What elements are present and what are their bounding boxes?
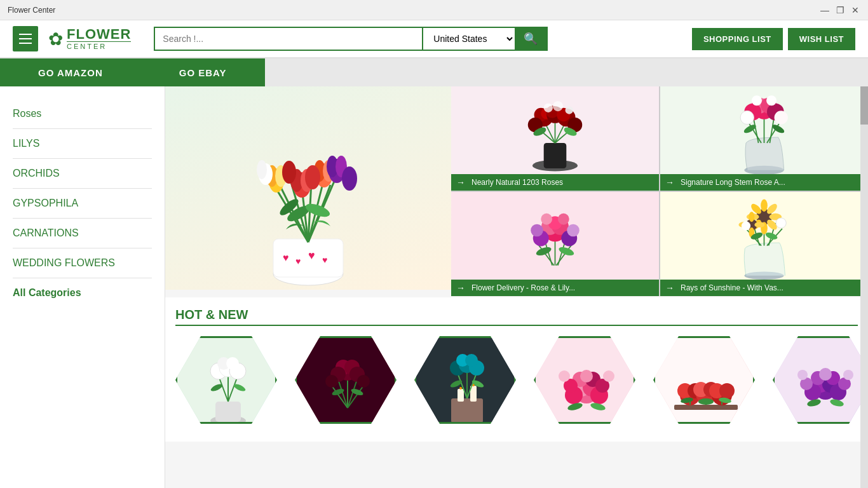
svg-text:♥: ♥ (295, 256, 301, 266)
svg-point-50 (544, 104, 553, 112)
nav-tabs: GO AMAZON GO EBAY (0, 58, 868, 86)
sidebar-item-lilys[interactable]: LILYS (13, 129, 152, 159)
arrow-icon-2: → (665, 177, 674, 187)
minimize-button[interactable]: — (820, 5, 830, 15)
svg-point-201 (843, 370, 853, 380)
logo-icon: ✿ (48, 29, 63, 50)
header: ✿ FLOWER CENTER United States United Kin… (0, 20, 868, 58)
svg-point-197 (819, 368, 832, 381)
close-button[interactable]: ✕ (850, 5, 860, 15)
hex-item-5[interactable] (653, 336, 768, 431)
product-card-3[interactable]: → Flower Delivery - Rose & Lily... (451, 192, 659, 296)
hamburger-line-3 (19, 43, 32, 44)
svg-point-69 (766, 95, 776, 105)
sidebar-item-roses[interactable]: Roses (13, 99, 152, 129)
svg-point-66 (740, 111, 754, 124)
logo[interactable]: ✿ FLOWER CENTER (48, 27, 131, 50)
svg-rect-115 (215, 402, 241, 422)
product-card-1[interactable]: → Nearly Natural 1203 Roses (451, 86, 659, 191)
window-controls: — ❐ ✕ (820, 5, 860, 15)
hamburger-menu-button[interactable] (13, 26, 38, 51)
hex-shape-3 (414, 336, 516, 424)
svg-rect-35 (544, 143, 567, 168)
hex-shape-5 (653, 336, 755, 424)
logo-text: FLOWER CENTER (67, 27, 131, 50)
hero-image: ♥ ♥ ♥ ♥ (165, 86, 451, 290)
sidebar-item-orchids[interactable]: ORCHIDS (13, 159, 152, 189)
svg-point-30 (282, 161, 296, 184)
svg-point-138 (357, 375, 370, 388)
scrollbar-thumb[interactable] (860, 86, 868, 125)
hamburger-line-1 (19, 34, 32, 35)
svg-rect-143 (458, 389, 464, 402)
svg-text:♥: ♥ (283, 252, 289, 263)
hot-new-section: HOT & NEW (165, 297, 868, 442)
svg-rect-172 (655, 338, 755, 424)
product-image-4 (660, 192, 868, 280)
product-label-3: → Flower Delivery - Rose & Lily... (451, 280, 659, 296)
tab-amazon[interactable]: GO AMAZON (0, 58, 141, 86)
title-bar: Flower Center — ❐ ✕ (0, 0, 868, 20)
product-label-1: → Nearly Natural 1203 Roses (451, 174, 659, 191)
hamburger-line-2 (19, 38, 32, 39)
hex-item-2[interactable] (295, 336, 409, 431)
arrow-icon-3: → (456, 283, 465, 293)
search-button[interactable]: 🔍 (515, 28, 546, 50)
svg-point-137 (325, 375, 338, 388)
hot-new-title: HOT & NEW (175, 308, 858, 326)
product-card-4[interactable]: → Rays of Sunshine - With Vas... (660, 192, 868, 296)
hero-flower-svg: ♥ ♥ ♥ ♥ (165, 86, 451, 290)
svg-point-33 (342, 166, 357, 191)
main-content: Roses LILYS ORCHIDS GYPSOPHILA CARNATION… (0, 86, 868, 488)
svg-point-83 (531, 224, 543, 237)
country-select[interactable]: United States United Kingdom Canada Aust… (422, 28, 515, 50)
logo-center-text: CENTER (67, 41, 131, 50)
svg-point-171 (603, 370, 614, 382)
svg-point-112 (764, 231, 778, 241)
svg-point-68 (752, 95, 762, 105)
product-grid: → Nearly Natural 1203 Roses (451, 86, 868, 296)
shopping-list-button[interactable]: SHOPPING LIST (692, 28, 783, 50)
search-input[interactable] (155, 28, 422, 50)
hex-shape-1 (175, 336, 277, 424)
svg-point-105 (749, 212, 754, 222)
top-section: ♥ ♥ ♥ ♥ (165, 86, 868, 296)
svg-point-67 (775, 111, 788, 124)
svg-rect-142 (451, 398, 483, 423)
svg-text:♥: ♥ (308, 249, 315, 262)
product-image-3 (451, 192, 659, 280)
maximize-button[interactable]: ❐ (835, 5, 845, 15)
tab-ebay[interactable]: GO EBAY (141, 58, 265, 86)
window-title: Flower Center (8, 6, 55, 15)
svg-point-200 (797, 370, 808, 380)
sidebar-item-wedding[interactable]: WEDDING FLOWERS (13, 248, 152, 278)
hex-grid (175, 336, 858, 431)
arrow-icon-4: → (665, 283, 674, 293)
product-card-2[interactable]: → Signature Long Stem Rose A... (660, 86, 868, 191)
sidebar-item-carnations[interactable]: CARNATIONS (13, 219, 152, 248)
svg-point-109 (776, 218, 786, 228)
search-area: United States United Kingdom Canada Aust… (154, 27, 548, 51)
svg-point-86 (558, 214, 569, 225)
wish-list-button[interactable]: WISH LIST (788, 28, 855, 50)
sidebar-item-gypsophila[interactable]: GYPSOPHILA (13, 189, 152, 219)
svg-rect-126 (297, 338, 397, 424)
hex-item-3[interactable] (414, 336, 529, 431)
sidebar-item-all-categories[interactable]: All Categories (13, 278, 152, 308)
svg-point-96 (761, 200, 768, 212)
hex-item-1[interactable] (175, 336, 290, 431)
svg-point-170 (559, 370, 570, 382)
svg-point-182 (719, 383, 735, 398)
product-image-1 (451, 86, 659, 174)
search-icon: 🔍 (524, 32, 538, 46)
svg-point-85 (541, 214, 552, 225)
svg-point-84 (567, 224, 580, 237)
svg-text:♥: ♥ (322, 255, 327, 265)
svg-point-32 (257, 160, 267, 179)
svg-point-145 (459, 387, 462, 390)
product-label-4: → Rays of Sunshine - With Vas... (660, 280, 868, 296)
hex-item-4[interactable] (534, 336, 648, 431)
product-image-2 (660, 86, 868, 174)
scrollbar[interactable] (860, 86, 868, 488)
hex-item-6[interactable] (773, 336, 868, 431)
